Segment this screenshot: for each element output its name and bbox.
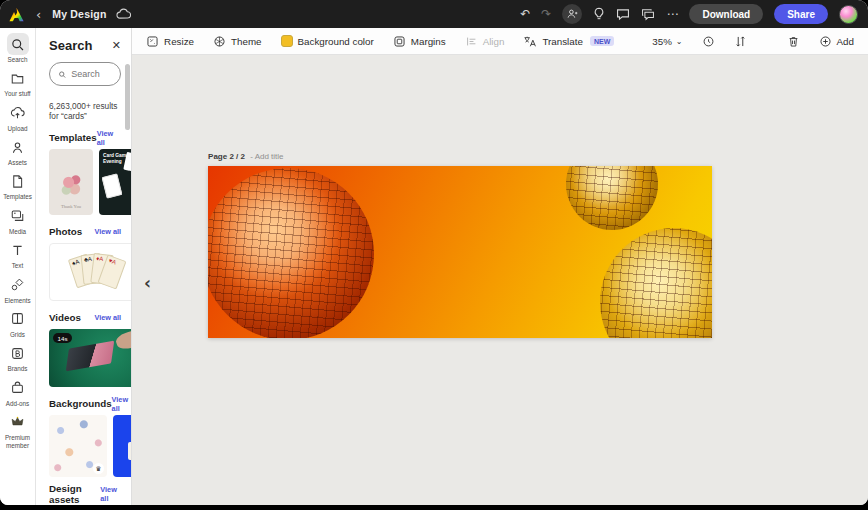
delete-page-button[interactable] xyxy=(787,35,800,48)
rail-item-your-stuff[interactable]: Your stuff xyxy=(0,67,36,98)
template-thumb-card-game[interactable]: Card Game Evening xyxy=(99,149,132,215)
video-thumb-poker-table[interactable]: 14s ♛ xyxy=(49,329,132,387)
background-color-swatch xyxy=(281,35,293,47)
page-number: Page 2 / 2 xyxy=(208,152,245,161)
panel-section-templates: Templates View all Thank You Card Game E… xyxy=(49,130,121,215)
rail-item-elements[interactable]: Elements xyxy=(0,274,36,305)
canvas-column: Resize Theme Background color M xyxy=(132,28,868,505)
assets-icon xyxy=(10,140,25,155)
disco-ball-top-right xyxy=(566,166,658,230)
search-input[interactable] xyxy=(71,69,112,79)
canvas-toolbar: Resize Theme Background color M xyxy=(132,28,868,55)
cloud-sync-icon xyxy=(116,8,131,20)
results-count: 6,263,000+ results for “cards” xyxy=(49,101,121,121)
section-title-backgrounds: Backgrounds xyxy=(49,398,112,409)
search-input-wrap xyxy=(49,62,121,86)
text-icon xyxy=(10,243,25,258)
trash-icon xyxy=(787,35,800,48)
resize-icon xyxy=(146,35,159,48)
rail-item-media[interactable]: Media xyxy=(0,205,36,236)
canvas-area: ‹ Page 2 / 2 - Add title xyxy=(132,55,868,505)
chat-duplicate-icon[interactable] xyxy=(641,8,655,21)
crown-icon xyxy=(10,414,25,429)
search-icon xyxy=(58,69,66,80)
background-color-button[interactable]: Background color xyxy=(281,35,374,47)
download-button[interactable]: Download xyxy=(689,4,763,24)
rail-item-brands[interactable]: Brands xyxy=(0,342,36,373)
search-panel: Search ✕ 6,263,000+ results for “cards” … xyxy=(36,28,132,505)
page-label[interactable]: Page 2 / 2 - Add title xyxy=(208,152,284,161)
page-duration-button[interactable] xyxy=(702,35,715,48)
photo-thumb-aces[interactable]: ♠A ♣A ♦A ♥A xyxy=(49,243,132,301)
rail-item-text[interactable]: Text xyxy=(0,239,36,270)
templates-icon xyxy=(10,174,25,189)
rail-item-search[interactable]: Search xyxy=(0,33,36,64)
panel-section-videos: Videos View all 14s ♛ 19s xyxy=(49,310,121,387)
left-rail: Search Your stuff Upload Assets xyxy=(0,28,36,505)
view-all-backgrounds-link[interactable]: View all xyxy=(112,395,129,413)
section-title-templates: Templates xyxy=(49,132,97,143)
design-page-banner[interactable] xyxy=(208,166,712,338)
margins-icon xyxy=(393,35,406,48)
topbar: ‹ My Design ↶ ↷ xyxy=(0,0,868,28)
share-button[interactable]: Share xyxy=(774,4,828,24)
back-chevron-icon[interactable]: ‹ xyxy=(34,8,43,21)
brands-icon xyxy=(10,346,25,361)
timer-icon xyxy=(702,35,715,48)
template-thumb-thank-you[interactable]: Thank You xyxy=(49,149,93,215)
reorder-pages-button[interactable] xyxy=(734,35,747,48)
view-all-design-assets-link[interactable]: View all xyxy=(100,485,121,503)
background-thumb-envelope[interactable]: ♛ xyxy=(113,415,132,477)
hand-graphic xyxy=(114,329,132,352)
flower-illustration xyxy=(59,172,83,198)
lightbulb-icon[interactable] xyxy=(593,7,605,21)
add-title-hint[interactable]: - Add title xyxy=(250,152,283,161)
background-thumb-pattern[interactable]: ♛ xyxy=(49,415,107,477)
translate-button[interactable]: Translate NEW xyxy=(523,35,614,48)
rail-item-grids[interactable]: Grids xyxy=(0,308,36,339)
view-all-templates-link[interactable]: View all xyxy=(97,129,121,147)
reorder-icon xyxy=(734,35,747,48)
app-window: ‹ My Design ↶ ↷ xyxy=(0,0,868,505)
grids-icon xyxy=(10,311,25,326)
plus-circle-icon xyxy=(819,35,832,48)
folder-icon xyxy=(10,71,25,86)
resize-button[interactable]: Resize xyxy=(146,35,194,48)
rail-item-premium-member[interactable]: Premium member xyxy=(0,411,36,450)
section-title-videos: Videos xyxy=(49,312,81,323)
invite-people-button[interactable] xyxy=(562,4,582,24)
panel-section-design-assets: Design assets View all ♛ ♠ xyxy=(49,486,121,505)
chevron-down-icon: ⌄ xyxy=(676,37,683,46)
rail-item-templates[interactable]: Templates xyxy=(0,170,36,201)
panel-title: Search xyxy=(49,38,92,53)
card-graphic xyxy=(102,173,123,198)
user-avatar[interactable] xyxy=(839,5,858,24)
rail-item-add-ons[interactable]: Add-ons xyxy=(0,377,36,408)
elements-icon xyxy=(10,277,25,292)
more-options-icon[interactable]: ⋯ xyxy=(666,8,678,20)
collapse-panel-chevron[interactable]: ‹ xyxy=(144,273,151,293)
margins-button[interactable]: Margins xyxy=(393,35,446,48)
add-page-button[interactable]: Add xyxy=(819,35,854,48)
comment-icon[interactable] xyxy=(616,8,630,21)
rail-item-assets[interactable]: Assets xyxy=(0,136,36,167)
zoom-control[interactable]: 35% ⌄ xyxy=(652,36,682,47)
view-all-photos-link[interactable]: View all xyxy=(94,227,121,236)
person-add-icon xyxy=(566,8,578,20)
disco-ball-large xyxy=(208,168,374,338)
disco-ball-bottom-right xyxy=(600,228,712,338)
panel-section-backgrounds: Backgrounds View all ♛ ♛ xyxy=(49,396,121,477)
premium-crown-badge: ♛ xyxy=(93,463,104,474)
redo-icon[interactable]: ↷ xyxy=(541,8,551,20)
rail-item-upload[interactable]: Upload xyxy=(0,102,36,133)
translate-icon xyxy=(523,35,537,48)
theme-button[interactable]: Theme xyxy=(213,35,262,48)
panel-scrollbar[interactable] xyxy=(125,64,130,130)
align-button[interactable]: Align xyxy=(465,35,505,48)
undo-icon[interactable]: ↶ xyxy=(520,8,530,20)
adobe-express-logo[interactable] xyxy=(8,7,25,22)
section-title-photos: Photos xyxy=(49,226,82,237)
close-icon[interactable]: ✕ xyxy=(112,39,121,52)
zoom-value: 35% xyxy=(652,36,672,47)
view-all-videos-link[interactable]: View all xyxy=(94,313,121,322)
